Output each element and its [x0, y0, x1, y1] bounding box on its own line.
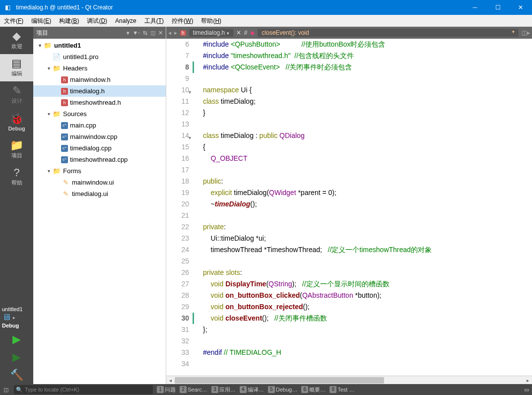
line-number[interactable]: 31 [166, 324, 189, 335]
tree-node[interactable]: ✎mainwindow.ui [33, 177, 166, 188]
output-pane-8[interactable]: 8Test … [328, 386, 356, 394]
tree-node[interactable]: c⁺mainwindow.cpp [33, 131, 166, 142]
close-editor-icon[interactable]: ✕ [236, 29, 241, 36]
code-line[interactable]: Ui::timeDialog *ui; [203, 233, 532, 244]
code-line[interactable]: ~timeDialog(); [203, 198, 532, 210]
line-number[interactable]: 29 [166, 301, 189, 313]
code-line[interactable]: } [203, 107, 532, 119]
split-icon[interactable]: ◫ [150, 30, 155, 36]
line-number[interactable]: 22 [166, 221, 189, 233]
line-number[interactable]: 24 [166, 244, 189, 256]
h-scrollbar[interactable]: ◂ ▸ [166, 376, 532, 384]
tree-node[interactable]: ▾📁Forms [33, 165, 166, 177]
code-line[interactable]: timeshowThread *TimeshowThread; //定义一个ti… [203, 244, 532, 256]
tree-node[interactable]: htimeshowthread.h [33, 97, 166, 108]
debug-run-button[interactable]: ▶ [0, 348, 33, 366]
line-number[interactable]: 25 [166, 256, 189, 267]
line-number[interactable]: 34 [166, 358, 189, 370]
tree-node[interactable]: ▾📁Sources [33, 108, 166, 120]
kit-selector[interactable]: untitled1 🖥 ▸ Debug [0, 304, 33, 330]
line-number[interactable]: 18 [166, 176, 189, 187]
menu-item[interactable]: 控件(W) [168, 15, 197, 27]
code-line[interactable]: #include <QPushButton> //使用buttonBox时必须包… [203, 39, 532, 50]
code-line[interactable]: class timeDialog : public QDialog [203, 130, 532, 141]
scroll-thumb[interactable] [175, 377, 384, 384]
code-line[interactable]: namespace Ui { [203, 84, 532, 96]
output-pane-2[interactable]: 2Searc… [178, 386, 209, 394]
tree-node[interactable]: ✎timedialog.ui [33, 188, 166, 199]
tree-twisty-icon[interactable]: ▾ [36, 43, 43, 48]
menu-item[interactable]: 文件(F) [0, 15, 27, 27]
mode-设计[interactable]: ✎设计 [0, 81, 33, 109]
code-line[interactable] [203, 210, 532, 221]
source-text[interactable]: #include <QPushButton> //使用buttonBox时必须包… [194, 39, 532, 376]
code-line[interactable]: void DisplayTime(QString); //定义一个显示时间的槽函… [203, 278, 532, 290]
scroll-right-icon[interactable]: ▸ [524, 376, 532, 384]
code-line[interactable]: private slots: [203, 267, 532, 278]
menu-item[interactable]: 工具(T) [140, 15, 168, 27]
toggle-sidebar-icon[interactable]: ◫ [0, 387, 12, 393]
code-line[interactable]: private: [203, 221, 532, 233]
menu-item[interactable]: 编辑(E) [27, 15, 55, 27]
symbol-combo[interactable]: closeEvent(): void ▾ [258, 29, 519, 37]
code-line[interactable]: Q_OBJECT [203, 153, 532, 164]
code-line[interactable] [203, 164, 532, 176]
line-number[interactable]: 30 [166, 313, 194, 324]
line-number[interactable]: 23 [166, 233, 189, 244]
code-line[interactable]: void closeEvent(); //关闭事件槽函数 [203, 313, 532, 324]
line-number[interactable]: 11 [166, 96, 189, 107]
menu-item[interactable]: 调试(D) [83, 15, 111, 27]
tree-twisty-icon[interactable]: ▾ [45, 168, 52, 174]
split-editor-icon[interactable]: ◫▸ [522, 29, 530, 36]
code-editor[interactable]: 678910▾11121314▾151617181920212223242526… [166, 39, 532, 376]
tree-node[interactable]: c⁺timedialog.cpp [33, 142, 166, 154]
output-pane-5[interactable]: 5Debug… [266, 386, 299, 394]
run-button[interactable]: ▶ [0, 330, 33, 348]
line-number[interactable]: 9 [166, 73, 189, 84]
menu-item[interactable]: 构建(B) [55, 15, 83, 27]
mode-欢迎[interactable]: ◆欢迎 [0, 27, 33, 54]
code-line[interactable]: class timeDialog; [203, 96, 532, 107]
mode-编辑[interactable]: ▤编辑 [0, 54, 33, 81]
code-line[interactable]: void on_buttonBox_clicked(QAbstractButto… [203, 290, 532, 301]
code-line[interactable]: #include <QCloseEvent> //关闭事件时必须包含 [203, 62, 532, 73]
file-combo[interactable]: timedialog.h ▾ [189, 29, 233, 37]
code-line[interactable]: #include "timeshowthread.h" //包含线程的头文件 [203, 50, 532, 62]
line-number[interactable]: 26 [166, 267, 189, 278]
menu-item[interactable]: Analyze [111, 15, 140, 27]
line-number[interactable]: 13 [166, 119, 189, 130]
nav-back-icon[interactable]: ◂ [168, 29, 171, 36]
line-gutter[interactable]: 678910▾11121314▾151617181920212223242526… [166, 39, 194, 376]
line-number[interactable]: 16 [166, 153, 189, 164]
locator-input[interactable]: 🔍 Type to locate (Ctrl+K) [14, 385, 153, 394]
menu-item[interactable]: 帮助(H) [197, 15, 225, 27]
line-number[interactable]: 32 [166, 335, 189, 347]
code-line[interactable] [203, 256, 532, 267]
code-line[interactable]: void on_buttonBox_rejected(); [203, 301, 532, 313]
filter-icon[interactable]: ▼◦ [133, 30, 140, 36]
project-tree[interactable]: ▾📁untitled1📄untitled1.pro▾📁Headershmainw… [33, 39, 166, 384]
code-line[interactable]: public: [203, 176, 532, 187]
scroll-left-icon[interactable]: ◂ [166, 376, 175, 384]
output-pane-6[interactable]: 6概要… [299, 386, 328, 394]
line-number[interactable]: 12 [166, 107, 189, 119]
line-number[interactable]: 14▾ [166, 130, 189, 141]
output-pane-3[interactable]: 3应用… [209, 386, 238, 394]
line-number[interactable]: 20 [166, 198, 189, 210]
line-number[interactable]: 21 [166, 210, 189, 221]
line-number[interactable]: 17 [166, 164, 189, 176]
minimize-button[interactable]: ─ [464, 0, 486, 15]
tree-node[interactable]: hmainwindow.h [33, 74, 166, 85]
mode-Debug[interactable]: 🐞Debug [0, 109, 33, 136]
code-line[interactable]: #endif // TIMEDIALOG_H [203, 347, 532, 358]
tree-twisty-icon[interactable]: ▾ [45, 111, 52, 117]
tree-node[interactable]: ▾📁Headers [33, 63, 166, 74]
maximize-button[interactable]: ☐ [486, 0, 509, 15]
code-line[interactable] [203, 335, 532, 347]
output-pane-4[interactable]: 4编译… [238, 386, 266, 394]
line-number[interactable]: 15 [166, 141, 189, 153]
code-line[interactable]: { [203, 141, 532, 153]
tree-node[interactable]: c⁺main.cpp [33, 120, 166, 131]
nav-fwd-icon[interactable]: ▸ [174, 29, 177, 36]
line-number[interactable]: 7 [166, 50, 189, 62]
